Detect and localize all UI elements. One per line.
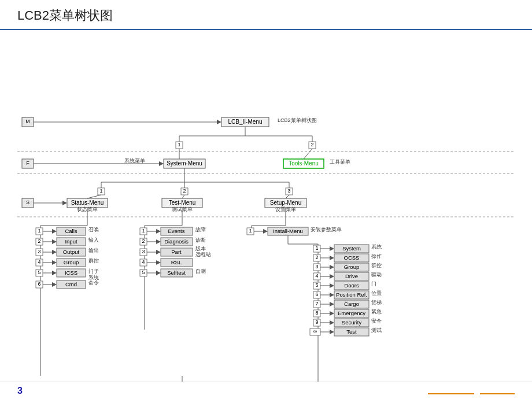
svg-marker-208 [330, 311, 334, 316]
svg-text:测试: 测试 [371, 327, 382, 333]
svg-text:版本: 版本 [195, 246, 206, 252]
svg-marker-77 [52, 250, 57, 254]
svg-marker-194 [330, 293, 334, 297]
svg-line-52 [286, 195, 289, 198]
svg-marker-201 [330, 302, 334, 306]
svg-text:M: M [25, 119, 30, 124]
svg-text:Setup-Menu: Setup-Menu [270, 200, 301, 206]
svg-marker-91 [52, 271, 57, 275]
svg-text:自测: 自测 [195, 268, 206, 274]
svg-text:2: 2 [183, 188, 186, 194]
svg-marker-173 [330, 265, 334, 269]
svg-text:2: 2 [311, 142, 313, 147]
svg-marker-180 [330, 274, 334, 279]
svg-text:5: 5 [38, 269, 40, 275]
svg-line-27 [304, 149, 312, 159]
svg-text:Group: Group [64, 259, 79, 265]
svg-text:工具菜单: 工具菜单 [330, 159, 350, 165]
footer-line-2 [480, 393, 515, 394]
svg-line-50 [87, 195, 101, 198]
svg-text:召唤: 召唤 [88, 227, 99, 232]
svg-marker-187 [330, 283, 334, 288]
svg-text:3: 3 [142, 249, 145, 254]
svg-text:Test: Test [346, 328, 357, 335]
svg-text:Cmd: Cmd [65, 281, 77, 287]
header: LCB2菜单树状图 [0, 0, 532, 30]
svg-marker-131 [156, 260, 161, 265]
svg-text:RSL: RSL [171, 259, 182, 265]
svg-text:Security: Security [342, 319, 362, 326]
svg-marker-149 [263, 229, 268, 234]
svg-text:LCB_II-Menu: LCB_II-Menu [228, 119, 263, 125]
svg-text:诊断: 诊断 [195, 237, 206, 243]
svg-text:驱动: 驱动 [371, 272, 382, 278]
svg-marker-99 [52, 282, 57, 287]
svg-line-51 [182, 195, 184, 198]
svg-text:Emergency: Emergency [338, 310, 365, 316]
svg-text:1: 1 [249, 228, 252, 234]
svg-text:Calls: Calls [65, 228, 77, 234]
svg-text:3: 3 [287, 188, 290, 194]
svg-text:Install-Menu: Install-Menu [273, 228, 303, 234]
svg-text:2: 2 [142, 238, 145, 244]
svg-text:System: System [342, 245, 361, 252]
svg-text:输入: 输入 [88, 237, 99, 243]
svg-text:S: S [26, 200, 29, 205]
svg-text:故障: 故障 [195, 227, 206, 232]
svg-text:操作: 操作 [371, 253, 382, 259]
svg-text:8: 8 [315, 310, 318, 316]
page-title: LCB2菜单树状图 [17, 7, 515, 24]
diagram-area: .box { fill: #f0f0f0; stroke: #555; stro… [0, 35, 532, 382]
svg-marker-222 [330, 330, 334, 334]
svg-text:Group: Group [344, 264, 359, 270]
svg-marker-19 [159, 161, 164, 166]
svg-text:Tools-Menu: Tools-Menu [289, 160, 319, 167]
svg-marker-137 [156, 271, 161, 275]
svg-text:OCSS: OCSS [344, 254, 360, 261]
svg-text:ICSS: ICSS [65, 269, 77, 276]
svg-text:命令: 命令 [88, 280, 99, 286]
svg-text:1: 1 [38, 228, 40, 234]
svg-text:紧急: 紧急 [371, 309, 382, 315]
svg-text:5: 5 [315, 282, 318, 288]
svg-text:1: 1 [142, 228, 145, 234]
svg-text:F: F [26, 160, 29, 166]
svg-text:门子: 门子 [88, 268, 99, 274]
svg-text:6: 6 [315, 291, 318, 297]
page-container: LCB2菜单树状图 .box { fill: #f0f0f0; stroke: … [0, 0, 532, 399]
svg-marker-43 [62, 201, 67, 205]
svg-text:Input: Input [65, 238, 77, 245]
svg-text:系统菜单: 系统菜单 [124, 158, 145, 164]
svg-marker-70 [52, 239, 57, 244]
svg-text:安装参数菜单: 安装参数菜单 [311, 227, 342, 232]
svg-marker-109 [156, 229, 161, 234]
svg-marker-84 [52, 260, 57, 265]
svg-marker-166 [330, 256, 334, 260]
svg-text:群控: 群控 [371, 263, 382, 268]
svg-text:Test-Menu: Test-Menu [169, 200, 196, 206]
svg-text:System-Menu: System-Menu [167, 160, 202, 167]
svg-text:Diagnosis: Diagnosis [164, 238, 189, 245]
svg-text:门: 门 [371, 281, 376, 287]
svg-text:位置: 位置 [371, 290, 382, 296]
diagram-svg: .box { fill: #f0f0f0; stroke: #555; stro… [0, 35, 532, 382]
svg-text:Drive: Drive [345, 273, 358, 279]
svg-text:4: 4 [38, 259, 40, 265]
svg-text:4: 4 [142, 259, 145, 265]
page-number: 3 [17, 386, 23, 396]
svg-text:Output: Output [63, 249, 80, 255]
svg-text:3: 3 [315, 264, 318, 269]
svg-text:Cargo: Cargo [344, 301, 359, 307]
svg-text:系统: 系统 [371, 244, 382, 250]
svg-text:Events: Events [168, 228, 184, 234]
svg-text:∞: ∞ [313, 328, 317, 334]
svg-marker-3 [217, 120, 221, 124]
svg-text:LCB2菜单树状图: LCB2菜单树状图 [278, 117, 317, 123]
svg-text:输出: 输出 [88, 247, 99, 253]
svg-marker-159 [330, 246, 334, 251]
svg-text:Selftest: Selftest [167, 269, 186, 276]
svg-text:6: 6 [38, 281, 40, 287]
svg-text:1: 1 [99, 188, 102, 194]
svg-marker-63 [52, 229, 57, 234]
svg-text:5: 5 [142, 269, 145, 275]
